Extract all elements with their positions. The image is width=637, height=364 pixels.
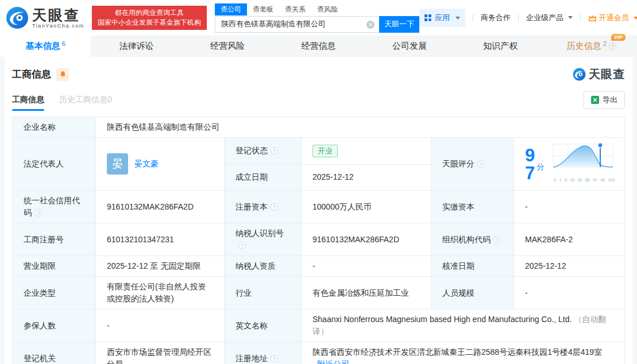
open-vip-menu[interactable]: 开通会员 xyxy=(588,13,637,23)
field-label-registered-address: 注册地址? xyxy=(225,342,302,364)
tab-intellectual-property[interactable]: 知识产权 xyxy=(455,36,546,57)
search-tab-risk[interactable]: 查风险 xyxy=(311,3,343,16)
tab-label: 历史信息 xyxy=(567,41,601,52)
clear-search-icon[interactable]: ✕ xyxy=(366,21,375,29)
help-icon[interactable]: ? xyxy=(34,209,42,216)
label-text: 注册地址 xyxy=(236,354,268,363)
help-icon[interactable]: ? xyxy=(477,160,485,168)
field-label-company-name: 企业名称 xyxy=(13,117,96,138)
field-label-legal-rep: 法定代表人 xyxy=(13,138,96,191)
label-text: 营业期限 xyxy=(24,261,56,270)
help-icon[interactable]: ? xyxy=(238,242,246,249)
tianyancha-logo[interactable]: 天眼查 TianYanCha.com xyxy=(6,6,84,29)
label-text: 企业名称 xyxy=(24,122,56,131)
score-value: 97 xyxy=(525,146,535,182)
business-info-panel: 工商信息 天眼查 工商信息 历史工商信息0 导出 xyxy=(5,57,632,364)
enterprise-products-menu[interactable]: 企业级产品 xyxy=(526,13,573,23)
subtab-history-business-info[interactable]: 历史工商信息0 xyxy=(59,95,112,111)
tab-label: 法律诉讼 xyxy=(119,41,154,52)
tab-operation-risk[interactable]: 经营风险 xyxy=(182,36,273,57)
field-label-org-code: 组织机构代码? xyxy=(431,223,514,256)
company-section-nav: 基本信息 6 法律诉讼 经营风险 经营信息 公司发展 知识产权 历史信息 2 ?… xyxy=(0,36,637,57)
field-label-reg-capital: 注册资本? xyxy=(225,191,302,223)
field-value-reg-number: 610132101347231 xyxy=(96,223,225,256)
label-text: 人员规模 xyxy=(442,288,474,297)
label-text: 工商注册号 xyxy=(24,235,64,244)
chevron-down-icon xyxy=(634,17,637,22)
menu-divider xyxy=(473,14,473,22)
score-unit: 分 xyxy=(536,161,544,173)
subscribe-bell-button[interactable] xyxy=(56,68,69,81)
tab-label: 经营风险 xyxy=(210,41,245,52)
tab-count: 2 xyxy=(603,40,607,47)
field-label-industry: 行业 xyxy=(225,277,302,309)
field-label-reg-number: 工商注册号 xyxy=(13,223,96,256)
field-label-established: 成立日期 xyxy=(225,164,302,190)
tab-basic-info[interactable]: 基本信息 6 xyxy=(0,36,91,57)
tab-legal-litigation[interactable]: 法律诉讼 xyxy=(91,36,182,57)
label-text: 参保人数 xyxy=(24,321,56,330)
field-value-insured-count: - xyxy=(96,309,225,342)
search-input[interactable] xyxy=(215,16,379,33)
crown-icon xyxy=(588,14,597,22)
label-text: 核准日期 xyxy=(442,261,474,270)
apps-menu[interactable]: 应用 xyxy=(419,9,465,27)
field-value-company-type: 有限责任公司(非自然人投资或控股的法人独资) xyxy=(96,277,225,309)
tab-company-development[interactable]: 公司发展 xyxy=(364,36,455,57)
legal-rep-link[interactable]: 晏文豪 xyxy=(134,158,159,170)
field-label-business-term: 营业期限 xyxy=(13,256,96,277)
label-text: 天眼评分 xyxy=(442,159,474,168)
avatar[interactable]: 晏 xyxy=(107,153,128,175)
menu-divider xyxy=(580,14,581,22)
export-button[interactable]: 导出 xyxy=(584,91,625,109)
tianyancha-watermark: 天眼查 xyxy=(573,67,625,82)
help-icon[interactable]: ? xyxy=(271,203,278,211)
tab-label: 知识产权 xyxy=(483,41,518,52)
search-button[interactable]: 天眼一下 xyxy=(379,16,419,33)
brand-name: 天眼查 xyxy=(32,7,84,22)
field-label-insured-count: 参保人数 xyxy=(13,309,96,342)
open-vip-label: 开通会员 xyxy=(599,13,629,23)
tab-label: 经营信息 xyxy=(301,41,335,52)
english-name-text: Shaanxi Nonferrous Magnesium based High … xyxy=(312,315,572,324)
table-row: 登记机关 西安市市场监督管理局经开区分局 注册地址? 陕西省西安市经济技术开发区… xyxy=(13,342,625,364)
tianyancha-eye-icon xyxy=(573,68,586,81)
enterprise-products-label: 企业级产品 xyxy=(526,13,563,22)
label-text: 实缴资本 xyxy=(442,202,474,211)
table-row: 工商注册号 610132101347231 纳税人识别号? 91610132MA… xyxy=(13,223,625,256)
export-label: 导出 xyxy=(603,95,617,105)
field-value-taxpayer-qualification: - xyxy=(302,256,431,277)
field-label-english-name: 英文名称 xyxy=(225,309,302,342)
search-tab-relation[interactable]: 查关系 xyxy=(279,3,311,16)
apps-label: 应用 xyxy=(435,13,450,23)
search-tab-company[interactable]: 查公司 xyxy=(215,3,247,16)
nearby-companies-link[interactable]: 附近公司 xyxy=(317,359,349,364)
label-text: 组织机构代码 xyxy=(442,235,491,244)
tab-history-info[interactable]: 历史信息 2 ? VIP xyxy=(546,36,637,57)
brand-domain: TianYanCha.com xyxy=(32,23,84,29)
apps-grid-icon xyxy=(424,14,431,21)
status-badge: 开业 xyxy=(312,145,338,157)
slogan-line1: 都在用的商业查询工具 xyxy=(98,8,201,18)
help-icon[interactable]: ? xyxy=(609,42,616,50)
field-value-legal-rep: 晏 晏文豪 xyxy=(96,138,225,191)
label-text: 注册资本 xyxy=(236,202,268,211)
help-icon[interactable]: ? xyxy=(493,236,501,243)
tab-count: 6 xyxy=(62,40,65,47)
field-value-registration-authority: 西安市市场监督管理局经开区分局 xyxy=(96,342,225,364)
tab-operation-info[interactable]: 经营信息 xyxy=(273,36,364,57)
menu-divider xyxy=(518,14,519,22)
table-row: 营业期限 2025-12-12 至 无固定期限 纳税人资质 - 核准日期 202… xyxy=(13,256,625,277)
field-value-established: 2025-12-12 xyxy=(302,164,431,190)
search-tab-boss[interactable]: 查老板 xyxy=(247,3,279,16)
field-label-taxpayer-qualification: 纳税人资质 xyxy=(225,256,302,277)
business-cooperation-link[interactable]: 商务合作 xyxy=(481,13,511,23)
table-row: 法定代表人 晏 晏文豪 登记状态? 开业 天眼评分? 97 分 xyxy=(13,138,625,165)
subtab-business-info[interactable]: 工商信息 xyxy=(12,95,44,111)
help-icon[interactable]: ? xyxy=(271,147,278,154)
excel-icon xyxy=(591,96,599,104)
field-value-industry: 有色金属冶炼和压延加工业 xyxy=(302,277,431,309)
field-value-english-name: Shaanxi Nonferrous Magnesium based High … xyxy=(302,309,625,342)
label-text: 统一社会信用代码 xyxy=(24,196,80,217)
help-icon[interactable]: ? xyxy=(271,355,278,362)
